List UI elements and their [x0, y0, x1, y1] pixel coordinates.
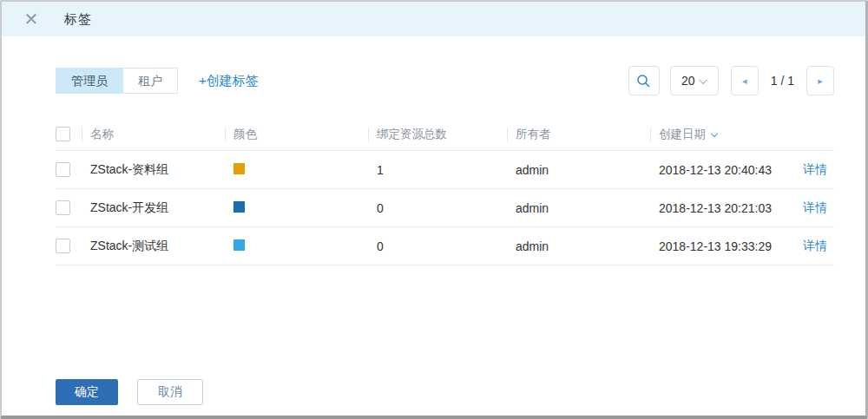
chevron-down-icon [699, 75, 707, 84]
tag-bound-count: 1 [368, 163, 507, 177]
dialog-content: 管理员 租户 +创建标签 20 ◂ 1 / 1 [2, 66, 865, 265]
column-header-bound-count: 绑定资源总数 [368, 127, 507, 142]
tag-color-swatch [233, 239, 245, 251]
tag-created-date: 2018-12-13 19:33:29 [650, 239, 794, 253]
header-checkbox-cell [56, 127, 82, 141]
detail-link[interactable]: 详情 [803, 239, 827, 252]
tab-tenant[interactable]: 租户 [123, 68, 178, 94]
cancel-button[interactable]: 取消 [137, 379, 203, 405]
table-row[interactable]: ZStack-资料组 1 admin 2018-12-13 20:40:43 详… [56, 151, 834, 189]
tag-name: ZStack-开发组 [82, 200, 225, 216]
tag-created-date: 2018-12-13 20:40:43 [650, 163, 794, 177]
row-checkbox[interactable] [56, 162, 70, 177]
tag-owner: admin [507, 163, 650, 177]
tag-name: ZStack-测试组 [82, 239, 225, 254]
tags-dialog: ✕ 标签 管理员 租户 +创建标签 20 [0, 0, 868, 419]
close-icon[interactable]: ✕ [23, 10, 40, 28]
page-size-dropdown[interactable]: 20 [670, 66, 719, 95]
tag-bound-count: 0 [368, 239, 507, 253]
tag-color-swatch [233, 201, 245, 213]
column-header-created[interactable]: 创建日期 [650, 127, 794, 142]
tag-color-swatch [233, 163, 245, 174]
tag-created-date: 2018-12-13 20:21:03 [650, 201, 794, 215]
tab-group: 管理员 租户 [56, 68, 178, 94]
column-header-name: 名称 [82, 127, 225, 142]
confirm-button[interactable]: 确定 [56, 379, 118, 405]
toolbar-right: 20 ◂ 1 / 1 ▸ [628, 66, 834, 95]
table-row[interactable]: ZStack-开发组 0 admin 2018-12-13 20:21:03 详… [56, 189, 834, 227]
tag-owner: admin [507, 239, 650, 253]
toolbar: 管理员 租户 +创建标签 20 ◂ 1 / 1 [56, 66, 834, 95]
next-page-button[interactable]: ▸ [806, 66, 834, 95]
dialog-header: ✕ 标签 [2, 2, 865, 36]
row-checkbox[interactable] [56, 200, 70, 215]
detail-link[interactable]: 详情 [803, 200, 827, 214]
column-header-owner: 所有者 [507, 127, 650, 142]
next-page-icon: ▸ [818, 75, 823, 87]
page-indicator: 1 / 1 [771, 74, 794, 88]
table-row[interactable]: ZStack-测试组 0 admin 2018-12-13 19:33:29 详… [56, 227, 834, 265]
tag-name: ZStack-资料组 [82, 162, 225, 178]
column-header-color: 颜色 [225, 127, 368, 142]
tag-bound-count: 0 [368, 201, 507, 215]
dialog-footer: 确定 取消 [56, 379, 203, 405]
row-checkbox[interactable] [56, 239, 70, 253]
page-size-value: 20 [681, 74, 695, 88]
column-header-created-label: 创建日期 [659, 128, 706, 141]
create-tag-link[interactable]: +创建标签 [199, 73, 259, 89]
select-all-checkbox[interactable] [56, 127, 70, 141]
prev-page-icon: ◂ [742, 75, 747, 87]
table-header-row: 名称 颜色 绑定资源总数 所有者 创建日期 [56, 118, 834, 151]
sort-chevron-icon [711, 129, 718, 136]
detail-link[interactable]: 详情 [803, 162, 827, 176]
tag-owner: admin [507, 201, 650, 215]
prev-page-button[interactable]: ◂ [731, 66, 759, 95]
tab-admin[interactable]: 管理员 [56, 68, 123, 94]
search-button[interactable] [628, 66, 660, 95]
search-icon [636, 74, 651, 88]
tags-table: 名称 颜色 绑定资源总数 所有者 创建日期 ZStack-资料组 1 admin… [56, 118, 834, 265]
dialog-title: 标签 [64, 11, 92, 28]
